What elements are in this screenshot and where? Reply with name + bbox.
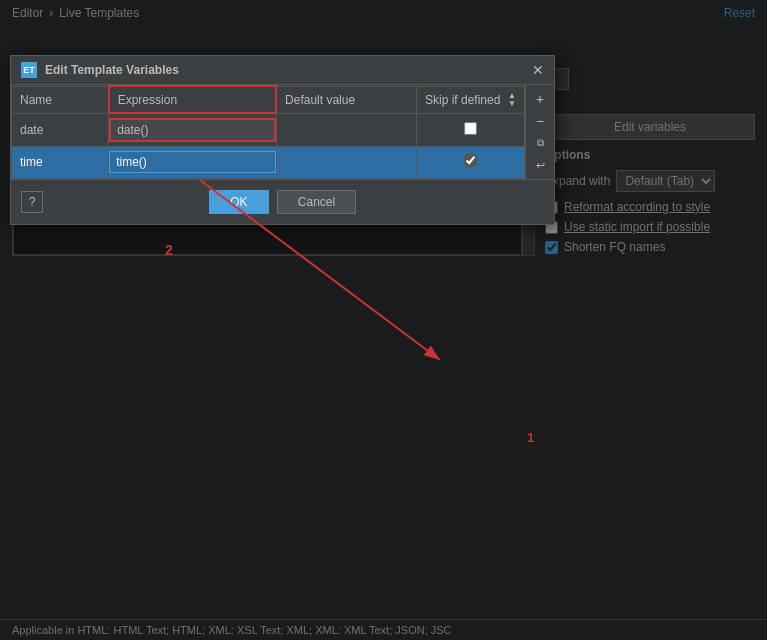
row1-default[interactable]: [276, 113, 416, 146]
sort-down-icon[interactable]: ▼: [508, 100, 516, 108]
modal-icon: ET: [21, 62, 37, 78]
cancel-button[interactable]: Cancel: [277, 190, 356, 214]
remove-row-button[interactable]: −: [530, 111, 550, 131]
help-button[interactable]: ?: [21, 191, 43, 213]
modal-close-button[interactable]: ✕: [532, 62, 544, 78]
copy-row-button[interactable]: ⧉: [530, 133, 550, 153]
row1-expression-input[interactable]: [109, 118, 275, 142]
row1-skip-checkbox[interactable]: [464, 122, 477, 135]
row2-skip-cell: [416, 146, 524, 178]
table-row: time: [12, 146, 525, 178]
table-wrapper: Name Expression Default value Skip if de…: [11, 85, 554, 179]
add-row-button[interactable]: +: [530, 89, 550, 109]
undo-button[interactable]: ↩: [530, 155, 550, 175]
row2-default[interactable]: [276, 146, 416, 178]
col-skip-header: Skip if defined ▲ ▼: [416, 86, 524, 113]
row2-expression-cell: [109, 146, 276, 178]
row1-name: date: [12, 113, 109, 146]
table-header-row: Name Expression Default value Skip if de…: [12, 86, 525, 113]
row2-name: time: [12, 146, 109, 178]
modal-title-text: Edit Template Variables: [45, 63, 179, 77]
row1-skip-cell: [416, 113, 524, 146]
col-name-header: Name: [12, 86, 109, 113]
table-sidebar: + − ⧉ ↩: [525, 85, 554, 179]
table-row: date: [12, 113, 525, 146]
col-expression-header: Expression: [109, 86, 276, 113]
row2-skip-checkbox[interactable]: [464, 154, 477, 167]
row2-expression-input[interactable]: [109, 151, 275, 173]
modal-header: ET Edit Template Variables ✕: [11, 56, 554, 85]
variables-table: Name Expression Default value Skip if de…: [11, 85, 525, 179]
edit-template-variables-modal: ET Edit Template Variables ✕ Name Expres…: [10, 55, 555, 225]
col-default-header: Default value: [276, 86, 416, 113]
modal-footer: ? OK Cancel: [11, 179, 554, 224]
ok-button[interactable]: OK: [209, 190, 269, 214]
modal-title-group: ET Edit Template Variables: [21, 62, 179, 78]
row1-expression-cell: [109, 113, 276, 146]
